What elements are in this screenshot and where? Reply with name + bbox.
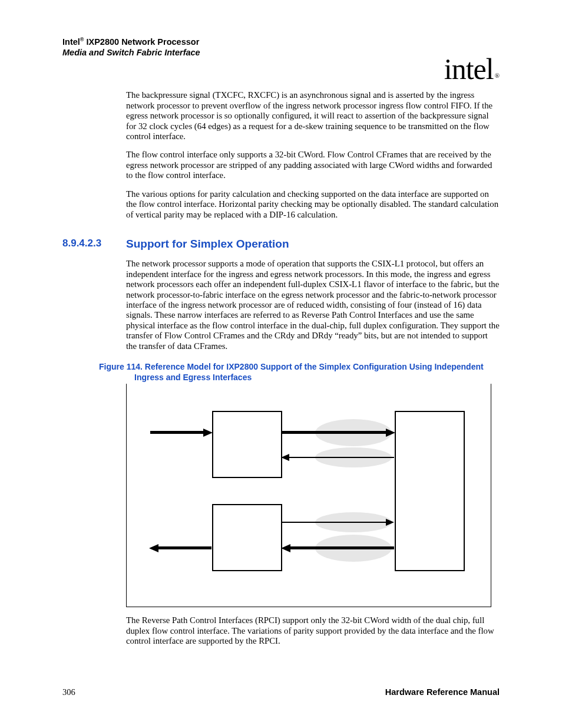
section-title: Support for Simplex Operation	[126, 238, 289, 251]
paragraph-4: The network processor supports a mode of…	[126, 259, 500, 351]
arrow-head-icon	[149, 544, 158, 552]
header-product: IXP2800 Network Processor	[84, 37, 199, 47]
ingress-processor-block	[212, 411, 282, 478]
running-header: Intel® IXP2800 Network Processor Media a…	[62, 37, 500, 57]
arrow-head-icon	[281, 454, 289, 461]
footer-doc-title: Hardware Reference Manual	[385, 687, 500, 697]
logo-text: intel	[444, 52, 494, 85]
arrow-head-icon	[281, 544, 290, 552]
header-line-1: Intel® IXP2800 Network Processor	[62, 37, 500, 47]
fabric-block	[395, 411, 465, 571]
arrow-line	[281, 431, 387, 434]
paragraph-3: The various options for parity calculati…	[126, 189, 500, 220]
egress-processor-block	[212, 504, 282, 571]
figure-diagram	[126, 384, 491, 607]
body-column: The backpressure signal (TXCFC, RXCFC) i…	[126, 90, 500, 220]
figure-caption: Figure 114. Reference Model for IXP2800 …	[99, 362, 494, 383]
figure-label: Figure 114.	[99, 362, 145, 371]
page-footer: 306 Hardware Reference Manual	[62, 687, 500, 697]
arrow-line	[281, 522, 387, 523]
header-subtitle: Media and Switch Fabric Interface	[62, 48, 500, 57]
paragraph-1: The backpressure signal (TXCFC, RXCFC) i…	[126, 90, 500, 141]
intel-logo: intel®	[444, 52, 498, 86]
logo-reg: ®	[495, 72, 500, 79]
header-brand: Intel	[62, 37, 80, 47]
arrow-head-icon	[203, 429, 213, 437]
arrow-line	[158, 546, 211, 549]
arrow-head-icon	[386, 519, 394, 526]
arrow-line	[290, 546, 394, 549]
paragraph-5: The Reverse Path Control Interfaces (RPC…	[126, 615, 500, 646]
arrow-line	[150, 431, 204, 434]
figure-caption-text: Reference Model for IXP2800 Support of t…	[134, 362, 484, 382]
paragraph-2: The flow control interface only supports…	[126, 150, 500, 180]
arrow-head-icon	[386, 429, 395, 437]
section-heading: 8.9.4.2.3 Support for Simplex Operation	[62, 238, 500, 251]
arrow-line	[289, 457, 394, 458]
section-number: 8.9.4.2.3	[62, 238, 126, 251]
page-number: 306	[62, 687, 75, 697]
